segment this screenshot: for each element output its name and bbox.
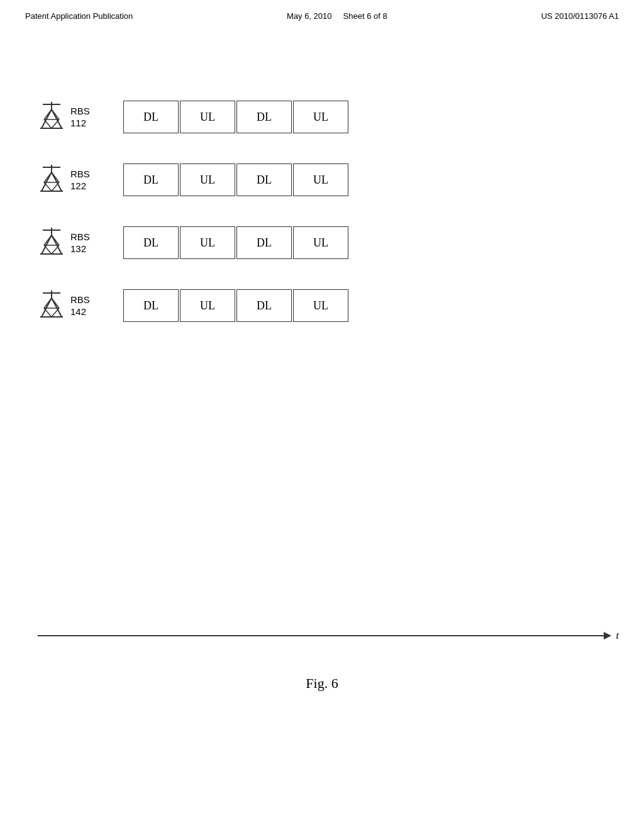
svg-line-38 [44,298,52,308]
svg-line-9 [52,119,59,128]
frame-box-rbs142-0: DL [123,289,179,322]
frame-box-rbs132-1: UL [180,226,235,259]
svg-line-5 [44,109,52,119]
tower-icon-rbs142 [38,289,65,322]
frame-box-rbs142-3: UL [293,289,348,322]
frame-box-rbs112-0: DL [123,101,179,133]
svg-line-4 [52,109,62,128]
time-line [38,635,604,636]
svg-line-27 [44,235,52,245]
svg-line-41 [44,308,52,317]
frame-box-rbs132-0: DL [123,226,179,259]
svg-line-14 [42,172,52,191]
svg-line-28 [52,235,59,245]
frames-rbs142: DLULDLUL [123,289,350,322]
rbs-label-rbs132: RBS132 [70,231,101,255]
svg-line-20 [52,182,59,191]
svg-line-36 [42,298,52,317]
svg-line-37 [52,298,62,317]
header-date: May 6, 2010 [287,11,332,21]
frame-box-rbs112-1: UL [180,101,235,133]
rbs-row-rbs132: RBS132DLULDLUL [38,226,619,259]
svg-line-3 [42,109,52,128]
tower-icon-rbs132 [38,226,65,259]
rbs-row-rbs112: RBS112DLULDLUL [38,101,619,133]
frame-box-rbs132-3: UL [293,226,348,259]
frame-box-rbs112-3: UL [293,101,348,133]
time-arrowhead [604,632,611,639]
frame-box-rbs142-1: UL [180,289,235,322]
svg-line-39 [52,298,59,308]
svg-line-8 [44,119,52,128]
svg-line-19 [44,182,52,191]
rbs-label-rbs112: RBS112 [70,105,101,130]
frame-box-rbs122-0: DL [123,163,179,196]
time-arrow: t [38,630,619,641]
frame-box-rbs112-2: DL [236,101,292,133]
svg-line-26 [52,235,62,254]
svg-line-15 [52,172,62,191]
frames-rbs132: DLULDLUL [123,226,350,259]
svg-line-25 [42,235,52,254]
frame-box-rbs122-3: UL [293,163,348,196]
svg-line-42 [52,308,59,317]
svg-line-31 [52,245,59,254]
page-header: Patent Application Publication May 6, 20… [0,0,644,21]
svg-line-30 [44,245,52,254]
time-label: t [616,630,619,641]
rbs-label-rbs142: RBS142 [70,294,101,318]
frame-box-rbs122-2: DL [236,163,292,196]
svg-line-16 [44,172,52,182]
frame-box-rbs122-1: UL [180,163,235,196]
header-center: May 6, 2010 Sheet 6 of 8 [287,11,387,21]
svg-line-6 [52,109,59,119]
diagram-area: RBS112DLULDLUL RBS122DLULDLUL [38,101,619,352]
header-right: US 2010/0113076 A1 [541,11,619,21]
frame-box-rbs142-2: DL [236,289,292,322]
tower-icon-rbs112 [38,101,65,133]
tower-icon-rbs122 [38,163,65,196]
rbs-label-rbs122: RBS122 [70,168,101,192]
frame-box-rbs132-2: DL [236,226,292,259]
header-left: Patent Application Publication [25,11,133,21]
header-sheet: Sheet 6 of 8 [343,11,387,21]
svg-line-17 [52,172,59,182]
frames-rbs122: DLULDLUL [123,163,350,196]
frames-rbs112: DLULDLUL [123,101,350,133]
figure-caption: Fig. 6 [0,675,644,692]
rbs-row-rbs122: RBS122DLULDLUL [38,163,619,196]
rbs-row-rbs142: RBS142DLULDLUL [38,289,619,322]
